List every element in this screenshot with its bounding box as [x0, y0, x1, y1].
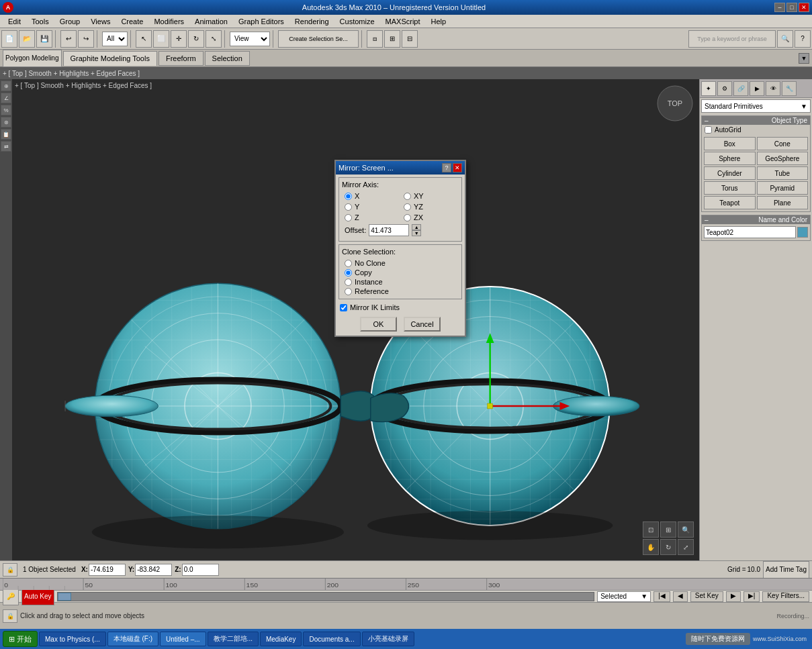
tab-freeform[interactable]: Freeform	[159, 51, 204, 66]
menu-views[interactable]: Views	[85, 15, 116, 28]
undo-button[interactable]: ↩	[60, 30, 77, 48]
start-button[interactable]: ⊞ 开始	[3, 631, 38, 647]
taskbar-item-1[interactable]: 本地磁盘 (F:)	[107, 632, 159, 646]
help-button[interactable]: ?	[795, 30, 811, 48]
tube-button[interactable]: Tube	[757, 166, 809, 180]
next-key-button[interactable]: ▶	[726, 591, 741, 602]
y-input[interactable]	[135, 564, 172, 576]
pyramid-button[interactable]: Pyramid	[757, 181, 809, 195]
new-button[interactable]: 📄	[1, 30, 17, 48]
menu-group[interactable]: Group	[54, 15, 86, 28]
geosphere-button[interactable]: GeoSphere	[757, 152, 809, 165]
polygon-mode-button[interactable]: Polygon Modeling	[3, 50, 62, 67]
layer-button[interactable]: ⊟	[402, 30, 418, 48]
save-button[interactable]: 💾	[36, 30, 52, 48]
mirror-tool-button[interactable]: ⇄	[1, 141, 11, 152]
timeline-playhead[interactable]	[58, 593, 71, 601]
arc-rotate-button[interactable]: ↻	[660, 539, 676, 555]
view-dropdown[interactable]: View	[230, 32, 270, 46]
taskbar-item-6[interactable]: 小亮基础录屏	[362, 632, 414, 646]
percent-snap-button[interactable]: %	[1, 105, 11, 115]
color-swatch[interactable]	[797, 227, 808, 238]
reference-radio[interactable]	[345, 288, 352, 295]
box-button[interactable]: Box	[704, 137, 756, 150]
lock-icon[interactable]: 🔒	[3, 563, 17, 577]
filter-dropdown[interactable]: All	[102, 32, 128, 46]
axis-z-radio[interactable]	[345, 214, 352, 221]
menu-tools[interactable]: Tools	[26, 15, 54, 28]
spinner-snap-button[interactable]: ⊛	[1, 117, 11, 128]
offset-up-button[interactable]: ▲	[412, 224, 421, 230]
pan-button[interactable]: ✋	[643, 539, 659, 555]
prev-key-button[interactable]: ◀	[673, 591, 688, 602]
mirror-button[interactable]: ⧈	[367, 30, 383, 48]
create-selection-button[interactable]: Create Selection Se...	[278, 30, 359, 48]
object-name-input[interactable]	[704, 226, 796, 238]
tab-collapse-button[interactable]: ▼	[799, 53, 809, 64]
close-button[interactable]: ✕	[799, 3, 809, 12]
menu-customize[interactable]: Customize	[334, 15, 380, 28]
select-region-button[interactable]: ⬜	[153, 30, 169, 48]
axis-xy-radio[interactable]	[404, 193, 411, 200]
rotate-button[interactable]: ↻	[188, 30, 204, 48]
axis-zx-radio[interactable]	[404, 214, 411, 221]
zoom-all-button[interactable]: ⊞	[660, 521, 676, 538]
primitives-dropdown[interactable]: Standard Primitives ▼	[701, 99, 811, 113]
name-section-minus-icon[interactable]: –	[705, 216, 709, 223]
create-tab[interactable]: ✦	[701, 81, 716, 96]
display-tab[interactable]: 👁	[766, 81, 780, 96]
ok-button[interactable]: OK	[360, 317, 397, 332]
mirror-ik-checkbox[interactable]	[340, 304, 347, 311]
instance-radio[interactable]	[345, 279, 352, 286]
section-minus-icon[interactable]: –	[705, 117, 709, 124]
key-mode-button[interactable]: 🔑	[3, 588, 19, 605]
axis-x-radio[interactable]	[345, 193, 352, 200]
prev-frame-button[interactable]: |◀	[653, 591, 670, 602]
open-button[interactable]: 📂	[19, 30, 35, 48]
angle-snap-button[interactable]: ∠	[1, 93, 11, 103]
z-input[interactable]	[182, 564, 219, 576]
zoom-extents-button[interactable]: ⊡	[643, 521, 659, 538]
modify-tab[interactable]: ⚙	[717, 81, 732, 96]
cylinder-button[interactable]: Cylinder	[704, 166, 756, 180]
key-filters-button[interactable]: Key Filters...	[762, 591, 809, 602]
zoom-button[interactable]: 🔍	[678, 521, 694, 538]
menu-maxscript[interactable]: MAXScript	[380, 15, 426, 28]
offset-input[interactable]	[369, 224, 409, 236]
teapot-button[interactable]: Teapot	[704, 196, 756, 209]
menu-graph-editors[interactable]: Graph Editors	[233, 15, 289, 28]
taskbar-item-0[interactable]: Max to Physics (...	[39, 632, 106, 646]
tab-graphite[interactable]: Graphite Modeling Tools	[63, 51, 157, 66]
menu-animation[interactable]: Animation	[189, 15, 233, 28]
no-clone-radio[interactable]	[345, 260, 352, 267]
hierarchy-tab[interactable]: 🔗	[733, 81, 748, 96]
menu-modifiers[interactable]: Modifiers	[148, 15, 189, 28]
tab-selection[interactable]: Selection	[205, 51, 250, 66]
mirror-dialog-help[interactable]: ?	[442, 163, 451, 172]
menu-edit[interactable]: Edit	[3, 15, 26, 28]
next-frame-button[interactable]: ▶|	[743, 591, 760, 602]
sphere-button[interactable]: Sphere	[704, 152, 756, 165]
viewcube[interactable]: TOP	[656, 85, 694, 122]
selected-dropdown[interactable]: Selected ▼	[597, 591, 651, 602]
offset-down-button[interactable]: ▼	[412, 230, 421, 236]
maximize-button[interactable]: □	[786, 3, 797, 12]
mirror-dialog-titlebar[interactable]: Mirror: Screen ... ? ✕	[336, 161, 465, 174]
autogrid-checkbox[interactable]	[705, 126, 712, 134]
menu-create[interactable]: Create	[116, 15, 148, 28]
motion-tab[interactable]: ▶	[750, 81, 764, 96]
taskbar-item-5[interactable]: Documents a...	[303, 632, 360, 646]
viewport[interactable]: + [ Top ] Smooth + Highlights + Edged Fa…	[12, 79, 699, 560]
menu-help[interactable]: Help	[426, 15, 452, 28]
axis-yz-radio[interactable]	[404, 203, 411, 211]
maximize-viewport-button[interactable]: ⤢	[678, 539, 694, 555]
mirror-dialog-close[interactable]: ✕	[453, 163, 462, 172]
redo-button[interactable]: ↪	[78, 30, 94, 48]
align-button[interactable]: ⊞	[384, 30, 400, 48]
taskbar-item-4[interactable]: MediaKey	[260, 632, 302, 646]
snap-button[interactable]: ⊕	[1, 81, 11, 91]
torus-button[interactable]: Torus	[704, 181, 756, 195]
menu-rendering[interactable]: Rendering	[289, 15, 334, 28]
search-input-area[interactable]: Type a keyword or phrase	[688, 30, 776, 48]
minimize-button[interactable]: –	[774, 3, 785, 12]
